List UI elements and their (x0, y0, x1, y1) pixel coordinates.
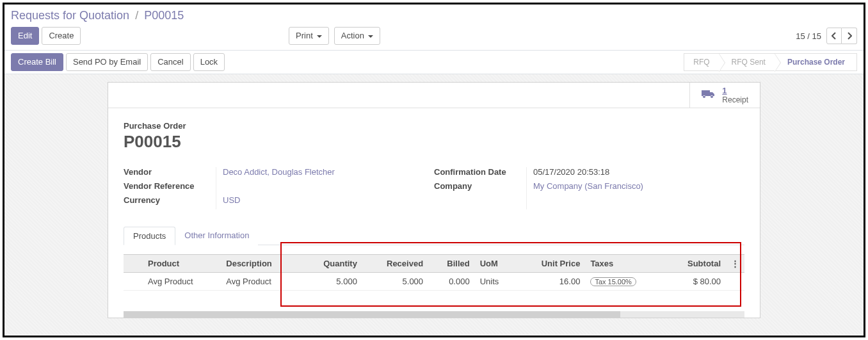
lock-button[interactable]: Lock (193, 53, 225, 71)
th-billed[interactable]: Billed (428, 255, 475, 273)
th-uom[interactable]: UoM (475, 255, 516, 273)
th-description[interactable]: Description (221, 255, 300, 273)
print-dropdown[interactable]: Print (289, 27, 329, 45)
pager-prev[interactable] (826, 28, 842, 44)
chevron-right-icon (847, 32, 852, 40)
breadcrumb-separator: / (135, 9, 138, 22)
create-bill-button[interactable]: Create Bill (11, 53, 63, 71)
status-rfq-sent[interactable]: RFQ Sent (719, 53, 775, 71)
scrollbar-thumb[interactable] (124, 311, 620, 318)
table-row[interactable]: Avg Product Avg Product 5.000 5.000 0.00… (124, 273, 744, 291)
vendor-ref-label: Vendor Reference (124, 181, 209, 195)
status-bar: RFQ RFQ Sent Purchase Order (684, 53, 857, 71)
currency-label: Currency (124, 195, 209, 209)
cell-unit-price: 16.00 (516, 273, 585, 291)
cell-description: Avg Product (221, 273, 300, 291)
status-rfq[interactable]: RFQ (684, 53, 718, 71)
edit-button[interactable]: Edit (11, 27, 39, 45)
cancel-button[interactable]: Cancel (150, 53, 190, 71)
horizontal-scrollbar[interactable] (124, 311, 744, 318)
pager-next[interactable] (842, 28, 857, 44)
company-value[interactable]: My Company (San Francisco) (533, 181, 643, 195)
form-sheet: 1 Receipt Purchase Order P00015 Vendor V… (108, 82, 760, 318)
breadcrumb: Requests for Quotation / P00015 (4, 4, 864, 24)
status-purchase-order[interactable]: Purchase Order (775, 53, 857, 71)
tabs: Products Other Information (124, 226, 744, 245)
th-unit-price[interactable]: Unit Price (516, 255, 585, 273)
cell-subtotal: $ 80.00 (664, 273, 726, 291)
pager: 15 / 15 (796, 28, 857, 44)
chevron-left-icon (832, 32, 837, 40)
vendor-label: Vendor (124, 167, 209, 181)
confirmation-date-label: Confirmation Date (434, 167, 520, 181)
cell-billed: 0.000 (428, 273, 475, 291)
order-lines-table: Product Description Quantity Received Bi… (124, 254, 744, 291)
th-received[interactable]: Received (362, 255, 428, 273)
form-background: 1 Receipt Purchase Order P00015 Vendor V… (4, 74, 864, 335)
receipt-stat-button[interactable]: 1 Receipt (689, 83, 760, 108)
tab-products[interactable]: Products (124, 227, 175, 245)
th-handle (124, 255, 143, 273)
cell-uom: Units (475, 273, 516, 291)
page-title: P00015 (124, 132, 744, 152)
receipt-count: 1 (722, 86, 748, 95)
vendor-ref-value (223, 181, 335, 195)
cell-taxes: Tax 15.00% (585, 273, 664, 291)
confirmation-date-value: 05/17/2020 20:53:18 (533, 167, 643, 181)
action-bar: Create Bill Send PO by Email Cancel Lock… (4, 50, 864, 74)
tab-other-information[interactable]: Other Information (175, 227, 258, 245)
tax-tag: Tax 15.00% (590, 277, 636, 286)
create-button[interactable]: Create (42, 27, 81, 45)
page-title-label: Purchase Order (124, 121, 744, 131)
currency-value[interactable]: USD (223, 195, 335, 209)
kebab-icon: ⋮ (731, 259, 739, 268)
order-lines-table-wrap: Product Description Quantity Received Bi… (124, 254, 744, 291)
pager-text: 15 / 15 (796, 31, 821, 41)
vendor-value[interactable]: Deco Addict, Douglas Fletcher (223, 167, 335, 181)
cell-received: 5.000 (362, 273, 428, 291)
action-dropdown[interactable]: Action (334, 27, 380, 45)
control-row: Edit Create Print Action 15 / 15 (4, 24, 864, 50)
th-quantity[interactable]: Quantity (300, 255, 362, 273)
th-subtotal[interactable]: Subtotal (664, 255, 726, 273)
table-header-row: Product Description Quantity Received Bi… (124, 255, 744, 273)
breadcrumb-current: P00015 (144, 9, 184, 22)
company-label: Company (434, 181, 520, 195)
th-taxes[interactable]: Taxes (585, 255, 664, 273)
stat-buttons: 1 Receipt (108, 83, 760, 108)
cell-product: Avg Product (143, 273, 221, 291)
th-options[interactable]: ⋮ (726, 255, 744, 273)
cell-quantity: 5.000 (300, 273, 362, 291)
receipt-label: Receipt (722, 96, 748, 104)
th-product[interactable]: Product (143, 255, 221, 273)
truck-icon (702, 89, 716, 101)
breadcrumb-root[interactable]: Requests for Quotation (11, 9, 129, 22)
send-po-button[interactable]: Send PO by Email (66, 53, 148, 71)
